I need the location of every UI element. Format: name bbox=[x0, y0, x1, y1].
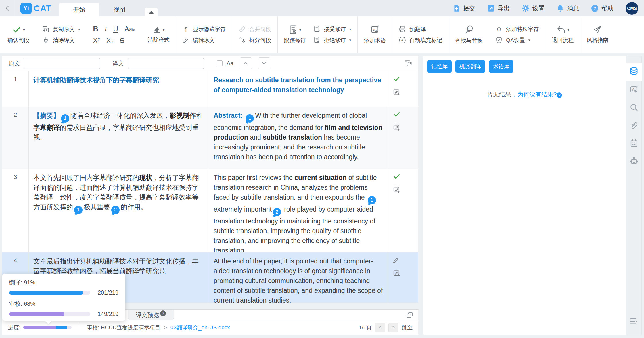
segment-target[interactable]: At the end of the paper, it is pointed o… bbox=[209, 252, 388, 303]
next-match-button[interactable] bbox=[258, 57, 270, 69]
special-char-button[interactable]: Ω 添加特殊字符 bbox=[495, 26, 539, 33]
confirm-segment-button[interactable]: ▾ 确认句段 bbox=[7, 25, 29, 44]
caret-down-icon[interactable]: ▾ bbox=[528, 38, 530, 42]
tab-translation-memory[interactable]: 记忆库 bbox=[427, 60, 452, 73]
segment-row[interactable]: 1计算机辅助翻译技术视角下的字幕翻译研究Research on subtitle… bbox=[2, 71, 418, 107]
edit-status-icon[interactable] bbox=[393, 257, 418, 265]
case-sensitive-checkbox[interactable] bbox=[217, 60, 223, 66]
caret-down-icon[interactable]: ▾ bbox=[299, 28, 301, 32]
pretranslate-button[interactable]: 预翻译 bbox=[399, 26, 442, 33]
segment-source[interactable]: 【摘要】1随着全球经济一体化的深入发展，影视制作和字幕翻译的需求日益凸显，字幕翻… bbox=[29, 107, 209, 169]
find-replace-button[interactable]: AB 查找与替换 bbox=[455, 25, 482, 45]
split-segment-button[interactable]: 拆分句段 bbox=[239, 37, 271, 44]
clear-style-button[interactable]: ▾ 清除样式 bbox=[148, 26, 170, 44]
autofill-tags-button[interactable]: A 自动填充标记 bbox=[399, 37, 442, 44]
add-term-button[interactable]: A 添加术语 bbox=[364, 25, 386, 44]
caret-down-icon[interactable]: ▾ bbox=[349, 38, 351, 42]
confirmed-status-icon[interactable] bbox=[393, 173, 418, 181]
submit-button[interactable]: 提交 bbox=[453, 4, 475, 12]
clear-target-button[interactable]: 清除译文 bbox=[42, 37, 80, 44]
segment-target[interactable]: This paper first reviews the current sit… bbox=[209, 169, 388, 252]
tab-view[interactable]: 视图 bbox=[99, 3, 139, 16]
pop-out-button[interactable] bbox=[406, 312, 413, 318]
settings-button[interactable]: 设置 bbox=[522, 4, 545, 12]
confirmed-status-icon[interactable] bbox=[393, 75, 418, 83]
user-avatar[interactable]: CMS bbox=[626, 2, 638, 15]
inline-tag[interactable]: 1 bbox=[74, 206, 83, 214]
no-results-help-icon[interactable]: ? bbox=[557, 92, 562, 98]
case-button[interactable]: Aa▾ bbox=[124, 25, 135, 33]
caret-down-icon[interactable]: ▾ bbox=[78, 27, 80, 31]
track-changes-button[interactable]: ▾ 跟踪修订 bbox=[284, 25, 306, 44]
segment-row[interactable]: 2【摘要】1随着全球经济一体化的深入发展，影视制作和字幕翻译的需求日益凸显，字幕… bbox=[2, 107, 418, 169]
bold-button[interactable]: B bbox=[93, 25, 98, 33]
segment-source[interactable]: 本文首先回顾了国内字幕翻译研究的现状，分析了字幕翻译面临的问题，进而阐述了计算机… bbox=[29, 169, 209, 252]
svg-text:A: A bbox=[401, 38, 404, 42]
group-source-tools: ¶ 显示隐藏字符 编辑原文 bbox=[176, 16, 232, 53]
messages-button[interactable]: 消息 bbox=[557, 4, 579, 12]
strip-item-notes[interactable] bbox=[626, 134, 642, 152]
add-note-status-icon[interactable] bbox=[393, 124, 418, 132]
accept-revision-button[interactable]: 接受修订▾ bbox=[313, 26, 351, 33]
caret-down-icon[interactable]: ▾ bbox=[23, 28, 25, 32]
text-run: 【摘要】 bbox=[33, 112, 60, 119]
tab-target-preview[interactable]: 译文预览 ? bbox=[128, 310, 174, 320]
segment-target[interactable]: Research on subtitle translation from th… bbox=[209, 71, 388, 107]
caret-down-icon[interactable]: ▾ bbox=[568, 28, 570, 32]
inline-tag[interactable]: 2 bbox=[111, 206, 120, 214]
superscript-button[interactable]: X² bbox=[93, 37, 100, 45]
italic-button[interactable]: I bbox=[105, 25, 107, 33]
inline-tag[interactable]: 1 bbox=[368, 196, 376, 204]
add-note-status-icon[interactable] bbox=[393, 269, 418, 278]
tab-termbase[interactable]: 术语库 bbox=[489, 60, 513, 73]
add-note-status-icon[interactable] bbox=[393, 88, 418, 97]
segment-source[interactable]: 计算机辅助翻译技术视角下的字幕翻译研究 bbox=[29, 71, 209, 107]
return-flow-button[interactable]: ▾ 退回流程 bbox=[552, 25, 574, 44]
prev-match-button[interactable] bbox=[240, 57, 252, 69]
subscript-button[interactable]: X₂ bbox=[106, 37, 114, 45]
strip-item-term[interactable]: A bbox=[626, 81, 642, 98]
back-button[interactable] bbox=[0, 0, 15, 16]
help-button[interactable]: ? 帮助 bbox=[591, 4, 614, 12]
preview-help-icon[interactable]: ? bbox=[160, 310, 166, 316]
group-style-guide: 风格指南 bbox=[580, 16, 615, 53]
filter-button[interactable] bbox=[405, 60, 412, 67]
clipboard-icon bbox=[630, 139, 638, 147]
style-guide-button[interactable]: 风格指南 bbox=[586, 25, 608, 44]
underline-button[interactable]: U bbox=[113, 25, 118, 33]
inline-tag[interactable]: 1 bbox=[61, 114, 69, 123]
tab-machine-translation[interactable]: 机器翻译 bbox=[455, 60, 485, 73]
caret-down-icon[interactable]: ▾ bbox=[349, 27, 351, 31]
edit-source-button[interactable]: 编辑原文 bbox=[183, 37, 226, 44]
qa-settings-button[interactable]: QA设置▾ bbox=[495, 37, 539, 44]
segment-target[interactable]: Abstract: 1With the further development … bbox=[209, 107, 388, 169]
collapse-panel-button[interactable] bbox=[626, 312, 642, 330]
add-note-status-icon[interactable] bbox=[393, 186, 418, 194]
merge-segments-button[interactable]: 合并句段 bbox=[239, 26, 271, 33]
target-filter-input[interactable] bbox=[128, 58, 204, 69]
collapse-ribbon-button[interactable] bbox=[145, 8, 158, 16]
tab-start[interactable]: 开始 bbox=[59, 3, 99, 16]
strip-item-bot[interactable] bbox=[626, 152, 642, 170]
caret-down-icon[interactable]: ▾ bbox=[163, 28, 165, 32]
why-no-results-link[interactable]: 为何没有结果? bbox=[517, 91, 557, 98]
strip-item-memory[interactable] bbox=[626, 63, 642, 81]
show-hidden-chars-button[interactable]: ¶ 显示隐藏字符 bbox=[183, 26, 226, 33]
inline-tag[interactable]: 1 bbox=[246, 114, 254, 123]
next-page-button[interactable]: > bbox=[388, 323, 398, 332]
segment-row[interactable]: 3本文首先回顾了国内字幕翻译研究的现状，分析了字幕翻译面临的问题，进而阐述了计算… bbox=[2, 169, 418, 252]
prev-page-button[interactable]: < bbox=[375, 323, 385, 332]
inline-tag[interactable]: 2 bbox=[273, 208, 281, 216]
broom-icon bbox=[42, 37, 49, 44]
caret-down-icon[interactable]: ▾ bbox=[133, 28, 135, 32]
strikethrough-button[interactable]: S bbox=[120, 37, 124, 45]
export-button[interactable]: 导出 bbox=[487, 4, 510, 12]
copy-source-button[interactable]: 复制原文▾ bbox=[42, 26, 80, 33]
source-filter-input[interactable] bbox=[24, 58, 100, 69]
confirmed-status-icon[interactable] bbox=[393, 111, 418, 119]
strip-item-attachment[interactable] bbox=[626, 116, 642, 134]
jump-label[interactable]: 跳至 bbox=[402, 324, 413, 331]
file-link[interactable]: 03翻译研究_en-US.docx bbox=[170, 324, 230, 331]
reject-revision-button[interactable]: 拒绝修订▾ bbox=[313, 37, 351, 44]
strip-item-search[interactable] bbox=[626, 98, 642, 116]
